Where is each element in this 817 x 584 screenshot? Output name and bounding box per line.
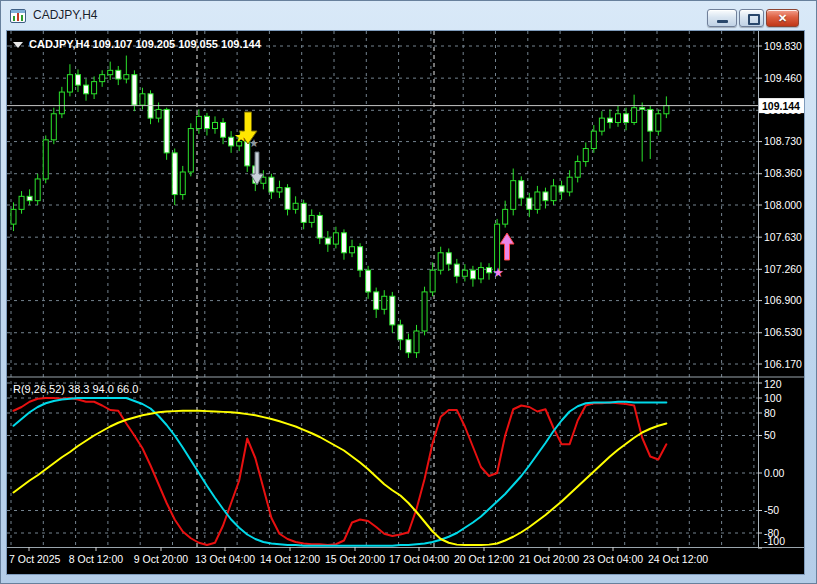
grid: [7, 31, 758, 547]
time-axis-label: 9 Oct 20:00: [134, 553, 188, 565]
time-axis-label: 7 Oct 2025: [9, 553, 61, 565]
ohlc-text: CADJPY,H4 109.107 109.205 109.055 109.14…: [29, 38, 262, 50]
indicator-label: R(9,26,52) 38.3 94.0 66.0: [13, 383, 138, 395]
price-axis-label: 106.530: [764, 326, 802, 338]
price-axis-label: 107.630: [764, 231, 802, 243]
indicator-axis-label: 80: [764, 407, 776, 419]
minimize-button[interactable]: [707, 9, 737, 27]
terminal-window: CADJPY,H4 ✕ ★★★109.830109.460109.090108.…: [0, 0, 817, 584]
current-price-badge: 109.144: [759, 98, 804, 113]
price-axis-label: 107.260: [764, 263, 802, 275]
time-axis-label: 17 Oct 04:00: [389, 553, 449, 565]
signal-star-violet: ★: [492, 265, 504, 280]
time-axis-label: 24 Oct 12:00: [648, 553, 708, 565]
time-axis-label: 20 Oct 12:00: [454, 553, 514, 565]
oscillator-line-fast: [14, 398, 667, 545]
price-axis-label: 106.900: [764, 294, 802, 306]
indicator-label-text: R(9,26,52) 38.3 94.0 66.0: [13, 383, 138, 395]
time-axis-label: 23 Oct 04:00: [583, 553, 643, 565]
time-axis[interactable]: 7 Oct 20258 Oct 12:009 Oct 20:0013 Oct 0…: [9, 547, 708, 565]
signal-star-gray: ★: [249, 137, 259, 149]
chart-canvas[interactable]: ★★★109.830109.460109.090108.730108.36010…: [7, 31, 804, 574]
indicator-axis-label: 0.00: [764, 467, 785, 479]
indicator-axis-label: 100: [764, 392, 782, 404]
time-axis-label: 14 Oct 12:00: [260, 553, 320, 565]
time-axis-label: 8 Oct 12:00: [69, 553, 123, 565]
time-axis-label: 13 Oct 04:00: [195, 553, 255, 565]
price-axis-label: 108.000: [764, 199, 802, 211]
price-axis-label: 108.360: [764, 167, 802, 179]
restore-button[interactable]: [739, 9, 764, 27]
oscillator-line-slow: [14, 411, 667, 545]
signal-star-yellow: ★: [234, 128, 248, 145]
chart-client-area[interactable]: ★★★109.830109.460109.090108.730108.36010…: [7, 31, 804, 574]
indicator-axis-label: -100: [764, 535, 785, 547]
symbol-dropdown-icon: [13, 42, 23, 48]
price-axis-label: 109.830: [764, 40, 802, 52]
minimize-icon: [717, 20, 728, 23]
oscillator-lines: [14, 398, 667, 546]
price-axis-label: 109.460: [764, 72, 802, 84]
panel-frames: [7, 31, 804, 548]
price-axis[interactable]: 109.830109.460109.090108.730108.360108.0…: [758, 40, 802, 370]
svg-text:109.144: 109.144: [762, 100, 800, 112]
signal-markers: ★★★: [234, 112, 514, 280]
symbol-ohlc-header: CADJPY,H4 109.107 109.205 109.055 109.14…: [13, 38, 262, 50]
chart-window-icon: [10, 9, 26, 23]
time-axis-label: 15 Oct 20:00: [325, 553, 385, 565]
oscillator-line-medium: [14, 398, 667, 546]
close-icon: ✕: [767, 10, 798, 26]
indicator-axis-label: -50: [764, 504, 779, 516]
window-title: CADJPY,H4: [33, 1, 97, 31]
candles: [11, 56, 669, 358]
time-axis-label: 21 Oct 20:00: [519, 553, 579, 565]
title-bar[interactable]: CADJPY,H4 ✕: [1, 1, 816, 31]
indicator-axis[interactable]: 12010080500.00-50-80-100: [758, 378, 785, 548]
price-axis-label: 106.170: [764, 358, 802, 370]
restore-icon: [748, 14, 760, 25]
close-button[interactable]: ✕: [766, 9, 799, 27]
indicator-axis-label: 50: [764, 429, 776, 441]
price-axis-label: 108.730: [764, 135, 802, 147]
indicator-axis-label: 120: [764, 378, 782, 390]
